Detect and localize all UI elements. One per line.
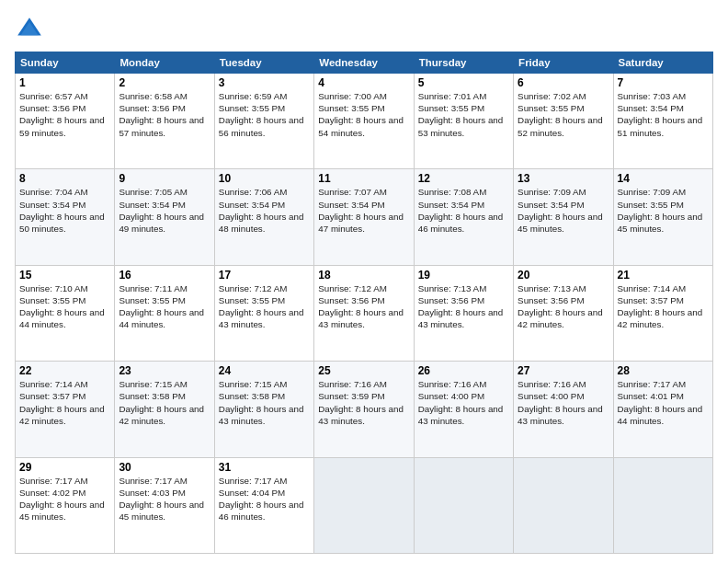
day-info: Sunrise: 7:14 AMSunset: 3:57 PMDaylight:… [19, 379, 105, 426]
weekday-header-cell: Tuesday [214, 52, 313, 74]
day-info: Sunrise: 7:09 AMSunset: 3:55 PMDaylight:… [618, 187, 703, 234]
calendar-day-cell: 12 Sunrise: 7:08 AMSunset: 3:54 PMDaylig… [414, 169, 513, 265]
day-info: Sunrise: 7:15 AMSunset: 3:58 PMDaylight:… [219, 379, 304, 426]
calendar-day-cell: 14 Sunrise: 7:09 AMSunset: 3:55 PMDaylig… [613, 169, 712, 265]
day-number: 1 [19, 76, 110, 89]
day-number: 27 [518, 364, 609, 377]
day-info: Sunrise: 7:13 AMSunset: 3:56 PMDaylight:… [518, 283, 603, 330]
day-number: 18 [318, 269, 409, 282]
calendar-day-cell: 21 Sunrise: 7:14 AMSunset: 3:57 PMDaylig… [613, 265, 712, 361]
day-number: 21 [618, 269, 709, 282]
day-info: Sunrise: 7:15 AMSunset: 3:58 PMDaylight:… [119, 379, 204, 426]
calendar-day-cell: 11 Sunrise: 7:07 AMSunset: 3:54 PMDaylig… [314, 169, 414, 265]
day-number: 9 [119, 172, 210, 185]
calendar-week-row: 15 Sunrise: 7:10 AMSunset: 3:55 PMDaylig… [16, 265, 713, 361]
calendar-day-cell [514, 457, 613, 553]
day-info: Sunrise: 7:03 AMSunset: 3:54 PMDaylight:… [618, 91, 703, 138]
day-number: 22 [19, 364, 110, 377]
day-info: Sunrise: 7:17 AMSunset: 4:01 PMDaylight:… [618, 379, 703, 426]
calendar-day-cell: 15 Sunrise: 7:10 AMSunset: 3:55 PMDaylig… [16, 265, 115, 361]
day-number: 26 [418, 364, 509, 377]
day-number: 16 [119, 269, 210, 282]
calendar-week-row: 22 Sunrise: 7:14 AMSunset: 3:57 PMDaylig… [16, 362, 713, 457]
calendar-day-cell: 26 Sunrise: 7:16 AMSunset: 4:00 PMDaylig… [414, 362, 513, 457]
day-number: 8 [19, 172, 110, 185]
day-info: Sunrise: 7:08 AMSunset: 3:54 PMDaylight:… [418, 187, 504, 234]
day-info: Sunrise: 6:58 AMSunset: 3:56 PMDaylight:… [119, 91, 204, 138]
calendar-day-cell: 27 Sunrise: 7:16 AMSunset: 4:00 PMDaylig… [514, 362, 613, 457]
weekday-header-cell: Friday [514, 52, 613, 74]
calendar-table: SundayMondayTuesdayWednesdayThursdayFrid… [15, 52, 713, 554]
day-number: 28 [618, 364, 709, 377]
weekday-header-cell: Monday [115, 52, 214, 74]
calendar-day-cell: 16 Sunrise: 7:11 AMSunset: 3:55 PMDaylig… [115, 265, 214, 361]
day-info: Sunrise: 6:59 AMSunset: 3:55 PMDaylight:… [219, 91, 304, 138]
calendar-day-cell: 29 Sunrise: 7:17 AMSunset: 4:02 PMDaylig… [16, 457, 115, 553]
day-info: Sunrise: 7:16 AMSunset: 4:00 PMDaylight:… [418, 379, 504, 426]
day-number: 25 [318, 364, 409, 377]
day-number: 2 [119, 76, 210, 89]
day-number: 23 [119, 364, 210, 377]
calendar-week-row: 1 Sunrise: 6:57 AMSunset: 3:56 PMDayligh… [16, 74, 713, 169]
calendar-day-cell: 9 Sunrise: 7:05 AMSunset: 3:54 PMDayligh… [115, 169, 214, 265]
day-info: Sunrise: 6:57 AMSunset: 3:56 PMDaylight:… [19, 91, 105, 138]
calendar-day-cell: 1 Sunrise: 6:57 AMSunset: 3:56 PMDayligh… [16, 74, 115, 169]
calendar-week-row: 29 Sunrise: 7:17 AMSunset: 4:02 PMDaylig… [16, 457, 713, 553]
day-number: 13 [518, 172, 609, 185]
calendar-day-cell: 3 Sunrise: 6:59 AMSunset: 3:55 PMDayligh… [214, 74, 313, 169]
day-info: Sunrise: 7:10 AMSunset: 3:55 PMDaylight:… [19, 283, 105, 330]
day-number: 19 [418, 269, 509, 282]
day-info: Sunrise: 7:06 AMSunset: 3:54 PMDaylight:… [219, 187, 304, 234]
weekday-header-cell: Wednesday [314, 52, 414, 74]
calendar-day-cell: 30 Sunrise: 7:17 AMSunset: 4:03 PMDaylig… [115, 457, 214, 553]
logo [15, 15, 48, 44]
calendar-day-cell: 7 Sunrise: 7:03 AMSunset: 3:54 PMDayligh… [613, 74, 712, 169]
day-number: 10 [219, 172, 310, 185]
day-number: 31 [219, 461, 310, 474]
day-number: 6 [518, 76, 609, 89]
day-number: 7 [618, 76, 709, 89]
day-number: 15 [19, 269, 110, 282]
calendar-day-cell: 6 Sunrise: 7:02 AMSunset: 3:55 PMDayligh… [514, 74, 613, 169]
calendar-day-cell: 2 Sunrise: 6:58 AMSunset: 3:56 PMDayligh… [115, 74, 214, 169]
calendar-day-cell: 23 Sunrise: 7:15 AMSunset: 3:58 PMDaylig… [115, 362, 214, 457]
day-number: 30 [119, 461, 210, 474]
calendar-day-cell: 5 Sunrise: 7:01 AMSunset: 3:55 PMDayligh… [414, 74, 513, 169]
calendar-day-cell [314, 457, 414, 553]
day-info: Sunrise: 7:17 AMSunset: 4:02 PMDaylight:… [19, 476, 105, 523]
calendar-day-cell: 31 Sunrise: 7:17 AMSunset: 4:04 PMDaylig… [214, 457, 313, 553]
day-number: 5 [418, 76, 509, 89]
page: SundayMondayTuesdayWednesdayThursdayFrid… [0, 0, 728, 563]
calendar-day-cell: 13 Sunrise: 7:09 AMSunset: 3:54 PMDaylig… [514, 169, 613, 265]
day-number: 24 [219, 364, 310, 377]
day-info: Sunrise: 7:07 AMSunset: 3:54 PMDaylight:… [318, 187, 404, 234]
calendar-day-cell: 4 Sunrise: 7:00 AMSunset: 3:55 PMDayligh… [314, 74, 414, 169]
weekday-header-cell: Thursday [414, 52, 513, 74]
day-info: Sunrise: 7:13 AMSunset: 3:56 PMDaylight:… [418, 283, 504, 330]
day-info: Sunrise: 7:05 AMSunset: 3:54 PMDaylight:… [119, 187, 204, 234]
day-info: Sunrise: 7:09 AMSunset: 3:54 PMDaylight:… [518, 187, 603, 234]
calendar-day-cell: 18 Sunrise: 7:12 AMSunset: 3:56 PMDaylig… [314, 265, 414, 361]
day-number: 20 [518, 269, 609, 282]
day-info: Sunrise: 7:00 AMSunset: 3:55 PMDaylight:… [318, 91, 404, 138]
day-info: Sunrise: 7:16 AMSunset: 3:59 PMDaylight:… [318, 379, 404, 426]
day-info: Sunrise: 7:14 AMSunset: 3:57 PMDaylight:… [618, 283, 703, 330]
weekday-header-row: SundayMondayTuesdayWednesdayThursdayFrid… [16, 52, 713, 74]
calendar-day-cell: 19 Sunrise: 7:13 AMSunset: 3:56 PMDaylig… [414, 265, 513, 361]
calendar-day-cell: 17 Sunrise: 7:12 AMSunset: 3:55 PMDaylig… [214, 265, 313, 361]
day-number: 17 [219, 269, 310, 282]
calendar-day-cell: 22 Sunrise: 7:14 AMSunset: 3:57 PMDaylig… [16, 362, 115, 457]
day-info: Sunrise: 7:04 AMSunset: 3:54 PMDaylight:… [19, 187, 105, 234]
day-info: Sunrise: 7:12 AMSunset: 3:55 PMDaylight:… [219, 283, 304, 330]
day-number: 3 [219, 76, 310, 89]
calendar-day-cell: 25 Sunrise: 7:16 AMSunset: 3:59 PMDaylig… [314, 362, 414, 457]
weekday-header-cell: Sunday [16, 52, 115, 74]
day-info: Sunrise: 7:17 AMSunset: 4:04 PMDaylight:… [219, 476, 304, 523]
weekday-header-cell: Saturday [613, 52, 712, 74]
calendar-day-cell: 28 Sunrise: 7:17 AMSunset: 4:01 PMDaylig… [613, 362, 712, 457]
day-number: 29 [19, 461, 110, 474]
day-info: Sunrise: 7:12 AMSunset: 3:56 PMDaylight:… [318, 283, 404, 330]
calendar-day-cell: 8 Sunrise: 7:04 AMSunset: 3:54 PMDayligh… [16, 169, 115, 265]
logo-icon [15, 15, 44, 44]
calendar-day-cell [414, 457, 513, 553]
